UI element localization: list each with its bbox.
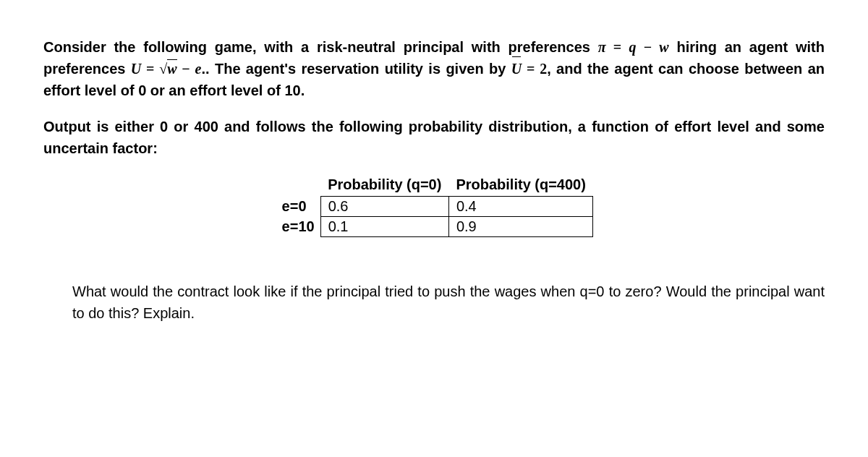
cell-e0-q0: 0.6	[320, 197, 448, 217]
probability-table: Probability (q=0) Probability (q=400) e=…	[275, 174, 594, 237]
question-text: What would the contract look like if the…	[72, 281, 825, 324]
table-header-q400: Probability (q=400)	[448, 174, 593, 197]
math-U: U	[131, 61, 141, 77]
paragraph-output: Output is either 0 or 400 and follows th…	[43, 116, 825, 159]
math-q: q	[629, 39, 636, 55]
math-val: 2	[540, 61, 547, 77]
row-label-e10: e=10	[275, 217, 321, 237]
sqrt-symbol: √	[159, 61, 167, 77]
cell-e10-q0: 0.1	[320, 217, 448, 237]
text-segment: Consider the following game, with a risk…	[43, 39, 598, 55]
text-segment: The agent's reservation utility is given…	[210, 61, 511, 77]
probability-table-wrap: Probability (q=0) Probability (q=400) e=…	[43, 174, 825, 237]
table-row: e=0 0.6 0.4	[275, 197, 593, 217]
table-header-empty	[275, 174, 321, 197]
math-minus: −	[177, 61, 195, 77]
math-eq: =	[522, 61, 540, 77]
question-wrap: What would the contract look like if the…	[43, 281, 825, 324]
row-label-e0: e=0	[275, 197, 321, 217]
paragraph-setup: Consider the following game, with a risk…	[43, 36, 825, 101]
table-row: e=10 0.1 0.9	[275, 217, 593, 237]
sqrt-arg-w: w	[167, 61, 176, 77]
cell-e0-q400: 0.4	[448, 197, 593, 217]
cell-e10-q400: 0.9	[448, 217, 593, 237]
math-eq: =	[606, 39, 629, 55]
math-eq: =	[141, 61, 159, 77]
math-minus: −	[636, 39, 659, 55]
math-Ubar: U	[511, 58, 522, 80]
table-header-q0: Probability (q=0)	[320, 174, 448, 197]
text-dots: ..	[201, 61, 209, 77]
math-pi: π	[598, 39, 606, 55]
math-w: w	[659, 39, 668, 55]
